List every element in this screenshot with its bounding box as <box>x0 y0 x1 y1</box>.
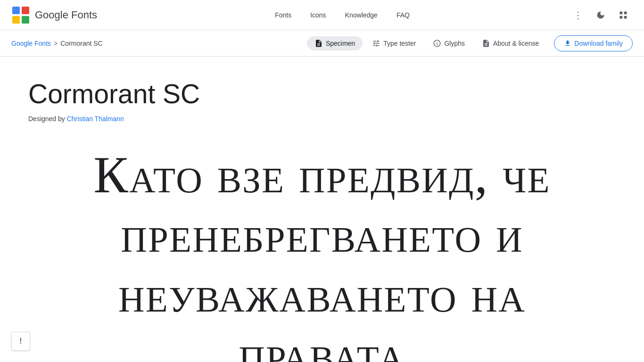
nav-faq[interactable]: FAQ <box>389 8 417 23</box>
breadcrumb: Google Fonts > Cormorant SC <box>11 40 299 47</box>
about-icon <box>482 39 490 48</box>
designed-by: Designed by Christian Thalmann <box>28 115 616 123</box>
logo-link[interactable]: Google Fonts <box>11 6 97 25</box>
download-family-label: Download family <box>574 40 623 47</box>
tab-glyphs[interactable]: Glyphs <box>425 36 472 50</box>
tab-type-tester-label: Type tester <box>383 40 416 47</box>
main-nav: Fonts Icons Knowledge FAQ <box>116 8 569 23</box>
feedback-button[interactable]: ! <box>11 332 30 351</box>
nav-icons[interactable]: Icons <box>303 8 333 23</box>
header-actions: ⋮ <box>569 6 633 25</box>
dark-mode-button[interactable] <box>591 6 610 25</box>
tab-type-tester[interactable]: Type tester <box>364 36 423 50</box>
svg-rect-2 <box>12 16 20 24</box>
breadcrumb-current: Cormorant SC <box>60 40 102 47</box>
tab-glyphs-label: Glyphs <box>444 40 465 47</box>
breadcrumb-parent-link[interactable]: Google Fonts <box>11 40 51 47</box>
download-icon <box>564 40 571 47</box>
breadcrumb-bar: Google Fonts > Cormorant SC Specimen Typ… <box>0 30 644 57</box>
dark-mode-icon <box>596 10 605 20</box>
tab-specimen-label: Specimen <box>326 40 355 47</box>
grid-icon <box>619 10 628 20</box>
feedback-icon: ! <box>19 337 22 346</box>
font-title: Cormorant SC <box>28 79 616 109</box>
specimen-line-2: пренебрегването и <box>28 205 616 264</box>
tab-about-label: About & license <box>493 40 539 47</box>
type-tester-icon <box>372 39 380 48</box>
nav-fonts[interactable]: Fonts <box>267 8 299 23</box>
grid-view-button[interactable] <box>614 6 633 25</box>
specimen-line-3: неуважаването на правата <box>28 264 616 362</box>
specimen-area: Като взе предвид, че пренебрегването и н… <box>28 145 616 362</box>
svg-rect-0 <box>12 7 20 14</box>
more-menu-button[interactable]: ⋮ <box>569 6 587 25</box>
designer-link[interactable]: Christian Thalmann <box>67 115 124 123</box>
download-family-button[interactable]: Download family <box>554 35 633 51</box>
glyphs-icon <box>433 39 441 48</box>
tab-about[interactable]: About & license <box>474 36 546 50</box>
specimen-icon <box>314 39 323 48</box>
breadcrumb-separator: > <box>54 40 58 47</box>
more-icon: ⋮ <box>573 9 583 21</box>
tab-specimen[interactable]: Specimen <box>307 36 363 50</box>
header: Google Fonts Fonts Icons Knowledge FAQ ⋮ <box>0 0 644 30</box>
svg-rect-1 <box>22 7 29 14</box>
google-logo-icon <box>11 6 30 25</box>
svg-rect-3 <box>22 16 29 24</box>
specimen-text: Като взе предвид, че пренебрегването и н… <box>28 145 616 362</box>
main-content: Cormorant SC Designed by Christian Thalm… <box>0 57 644 362</box>
designed-by-label: Designed by <box>28 115 65 123</box>
nav-knowledge[interactable]: Knowledge <box>338 8 385 23</box>
specimen-line-1: Като взе предвид, че <box>28 145 616 205</box>
tabs: Specimen Type tester Glyphs About & lice… <box>307 36 546 50</box>
logo-text: Google Fonts <box>35 9 97 21</box>
